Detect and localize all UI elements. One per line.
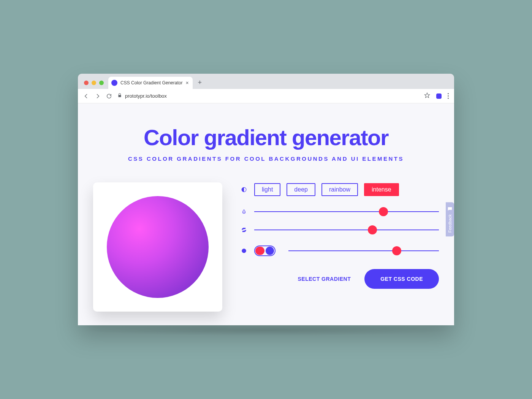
intensity-slider[interactable]: [288, 250, 439, 251]
svg-point-4: [244, 250, 244, 251]
hue-slider[interactable]: [254, 211, 439, 212]
url-actions: [424, 92, 449, 100]
tab-strip: CSS Color Gradient Generator × +: [78, 74, 454, 89]
preset-row: light deep rainbow intense: [241, 183, 439, 196]
droplet-icon: [241, 209, 247, 214]
browser-window: CSS Color Gradient Generator × + prototy…: [78, 74, 454, 325]
minimize-window-icon[interactable]: [92, 81, 96, 85]
url-bar: prototypr.io/toolbox: [78, 89, 454, 103]
svg-marker-0: [424, 93, 429, 98]
page-title: Color gradient generator: [93, 125, 439, 150]
action-row: SELECT GRADIENT GET CSS CODE: [241, 269, 439, 289]
tab-title: CSS Color Gradient Generator: [120, 80, 182, 86]
favicon-icon: [111, 80, 117, 86]
maximize-window-icon[interactable]: [99, 81, 104, 85]
omnibox[interactable]: prototypr.io/toolbox: [117, 93, 419, 99]
gradient-preview-card: [93, 182, 222, 312]
rotate-slider-thumb[interactable]: [368, 225, 377, 234]
preset-light[interactable]: light: [254, 183, 280, 196]
tab-close-icon[interactable]: ×: [185, 80, 188, 86]
get-css-button[interactable]: GET CSS CODE: [364, 269, 439, 289]
reload-icon[interactable]: [106, 93, 112, 99]
rotate-icon: [241, 227, 247, 233]
intensity-slider-thumb[interactable]: [392, 246, 401, 255]
gradient-type-toggle[interactable]: [254, 245, 276, 256]
forward-icon[interactable]: [95, 93, 101, 99]
window-controls: [82, 81, 106, 89]
extension-icon[interactable]: [436, 93, 442, 99]
url-text: prototypr.io/toolbox: [125, 93, 167, 99]
feedback-tab[interactable]: Feedback: [446, 202, 454, 236]
page-content: Color gradient generator CSS COLOR GRADI…: [78, 103, 454, 325]
hue-row: [241, 209, 439, 214]
browser-tab[interactable]: CSS Color Gradient Generator ×: [108, 77, 193, 89]
hue-slider-thumb[interactable]: [379, 207, 388, 216]
preset-intense[interactable]: intense: [364, 183, 399, 196]
feedback-icon: [447, 206, 453, 211]
lock-icon: [117, 93, 122, 99]
toggle-track: [255, 247, 264, 255]
select-gradient-button[interactable]: SELECT GRADIENT: [298, 276, 351, 282]
close-window-icon[interactable]: [84, 81, 89, 85]
bookmark-icon[interactable]: [424, 92, 430, 100]
contrast-icon: [241, 187, 247, 192]
workspace: light deep rainbow intense: [93, 182, 439, 312]
toggle-knob: [266, 247, 274, 255]
spiral-icon: [241, 248, 247, 253]
rotate-row: [241, 227, 439, 233]
back-icon[interactable]: [83, 93, 89, 99]
preset-rainbow[interactable]: rainbow: [321, 183, 358, 196]
gradient-preview: [107, 196, 209, 298]
menu-icon[interactable]: [448, 93, 449, 99]
gradient-type-row: [241, 245, 439, 256]
feedback-label: Feedback: [448, 214, 452, 233]
rotate-slider[interactable]: [254, 230, 439, 230]
controls-panel: light deep rainbow intense: [241, 182, 439, 289]
page-subtitle: CSS COLOR GRADIENTS FOR COOL BACKGROUNDS…: [93, 155, 439, 162]
new-tab-button[interactable]: +: [195, 79, 205, 89]
preset-group: light deep rainbow intense: [254, 183, 399, 196]
preset-deep[interactable]: deep: [287, 183, 315, 196]
